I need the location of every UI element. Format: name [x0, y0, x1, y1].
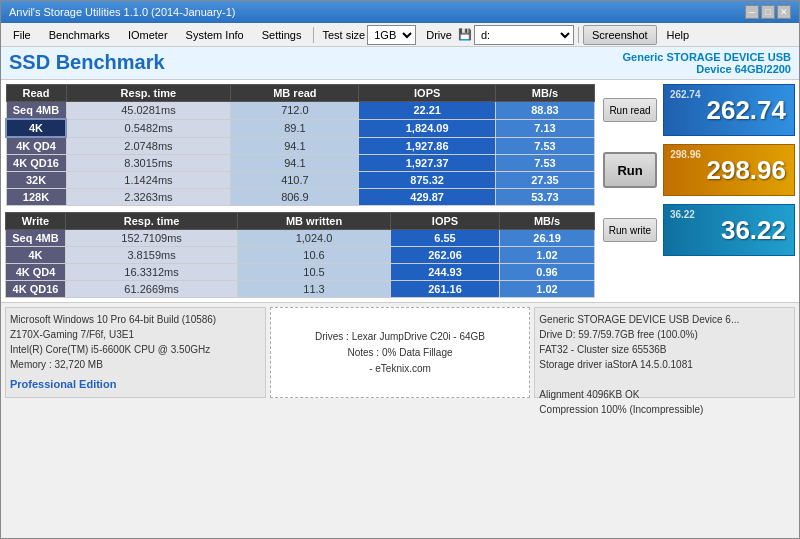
read-header-mb: MB read [231, 85, 359, 102]
table-row: 4K QD16 8.3015ms 94.1 1,927.37 7.53 [6, 155, 595, 172]
right-panel: Run read 262.74 262.74 Run 298.96 298.96… [599, 80, 799, 302]
storage-line2: Drive D: 59.7/59.7GB free (100.0%) [539, 327, 790, 342]
run-write-section: Run write 36.22 36.22 [603, 204, 795, 256]
run-button[interactable]: Run [603, 152, 657, 188]
table-row: Seq 4MB 152.7109ms 1,024.0 6.55 26.19 [6, 230, 595, 247]
table-row: 4K QD4 2.0748ms 94.1 1,927.86 7.53 [6, 137, 595, 155]
run-write-button[interactable]: Run write [603, 218, 657, 242]
storage-line5: Alignment 4096KB OK [539, 387, 790, 402]
total-score-box: 298.96 298.96 [663, 144, 795, 196]
main-content: Read Resp. time MB read IOPS MB/s Seq 4M… [1, 80, 799, 302]
table-row: 4K 3.8159ms 10.6 262.06 1.02 [6, 247, 595, 264]
total-score-label: 298.96 [670, 149, 701, 160]
ssd-benchmark-title: SSD Benchmark [9, 51, 165, 74]
read-header-resp: Resp. time [66, 85, 231, 102]
run-total-section: Run 298.96 298.96 [603, 144, 795, 196]
run-read-button[interactable]: Run read [603, 98, 657, 122]
read-header-mbs: MB/s [495, 85, 594, 102]
sys-info-line1: Microsoft Windows 10 Pro 64-bit Build (1… [10, 312, 261, 327]
storage-line1: Generic STORAGE DEVICE USB Device 6... [539, 312, 790, 327]
read-score-box: 262.74 262.74 [663, 84, 795, 136]
table-row: Seq 4MB 45.0281ms 712.0 22.21 88.83 [6, 102, 595, 120]
drives-line1: Drives : Lexar JumpDrive C20i - 64GB [315, 329, 485, 345]
professional-edition-label: Professional Edition [10, 376, 261, 393]
window-controls[interactable]: ─ □ ✕ [745, 5, 791, 19]
menu-sysinfo[interactable]: System Info [178, 24, 252, 46]
write-score-label: 36.22 [670, 209, 695, 220]
title-bar: Anvil's Storage Utilities 1.1.0 (2014-Ja… [1, 1, 799, 23]
window-title: Anvil's Storage Utilities 1.1.0 (2014-Ja… [9, 6, 235, 18]
sys-info-line4: Memory : 32,720 MB [10, 357, 261, 372]
write-header-mbs: MB/s [500, 213, 595, 230]
write-header-iops: IOPS [390, 213, 499, 230]
header-area: SSD Benchmark Generic STORAGE DEVICE USB… [1, 47, 799, 80]
storage-info-panel: Generic STORAGE DEVICE USB Device 6... D… [534, 307, 795, 398]
sys-info-line3: Intel(R) Core(TM) i5-6600K CPU @ 3.50GHz [10, 342, 261, 357]
write-table: Write Resp. time MB written IOPS MB/s Se… [5, 212, 595, 298]
device-line2: Device 64GB/2200 [622, 63, 791, 75]
total-score-value: 298.96 [706, 155, 786, 186]
table-row: 4K QD16 61.2669ms 11.3 261.16 1.02 [6, 281, 595, 298]
bottom-bar: Microsoft Windows 10 Pro 64-bit Build (1… [1, 302, 799, 402]
screenshot-button[interactable]: Screenshot [583, 25, 657, 45]
close-button[interactable]: ✕ [777, 5, 791, 19]
drives-info-panel: Drives : Lexar JumpDrive C20i - 64GB Not… [270, 307, 531, 398]
storage-spacer [539, 372, 790, 387]
read-header-label: Read [6, 85, 66, 102]
menu-bar: File Benchmarks IOmeter System Info Sett… [1, 23, 799, 47]
menu-settings[interactable]: Settings [254, 24, 310, 46]
maximize-button[interactable]: □ [761, 5, 775, 19]
table-row: 32K 1.1424ms 410.7 875.32 27.35 [6, 172, 595, 189]
storage-line3: FAT32 - Cluster size 65536B [539, 342, 790, 357]
table-row: 4K 0.5482ms 89.1 1,824.09 7.13 [6, 119, 595, 137]
menu-benchmarks[interactable]: Benchmarks [41, 24, 118, 46]
test-size-select[interactable]: 1GB2GB4GB [367, 25, 416, 45]
read-table: Read Resp. time MB read IOPS MB/s Seq 4M… [5, 84, 595, 206]
system-info-panel: Microsoft Windows 10 Pro 64-bit Build (1… [5, 307, 266, 398]
read-header-row: Read Resp. time MB read IOPS MB/s [6, 85, 595, 102]
minimize-button[interactable]: ─ [745, 5, 759, 19]
write-header-label: Write [6, 213, 66, 230]
write-header-resp: Resp. time [66, 213, 238, 230]
test-size-label: Test size [322, 29, 365, 41]
drives-line3: - eTeknix.com [315, 361, 485, 377]
menu-help[interactable]: Help [659, 24, 698, 46]
device-info: Generic STORAGE DEVICE USB Device 64GB/2… [622, 51, 791, 75]
device-line1: Generic STORAGE DEVICE USB [622, 51, 791, 63]
drive-label: Drive [426, 29, 452, 41]
menu-separator-2 [578, 27, 579, 43]
sys-info-line2: Z170X-Gaming 7/F6f, U3E1 [10, 327, 261, 342]
benchmark-tables: Read Resp. time MB read IOPS MB/s Seq 4M… [1, 80, 599, 302]
table-row: 128K 2.3263ms 806.9 429.87 53.73 [6, 189, 595, 206]
menu-separator-1 [313, 27, 314, 43]
read-score-label: 262.74 [670, 89, 701, 100]
write-header-row: Write Resp. time MB written IOPS MB/s [6, 213, 595, 230]
read-header-iops: IOPS [359, 85, 495, 102]
drives-info-content: Drives : Lexar JumpDrive C20i - 64GB Not… [315, 329, 485, 377]
run-read-section: Run read 262.74 262.74 [603, 84, 795, 136]
storage-line4: Storage driver iaStorA 14.5.0.1081 [539, 357, 790, 372]
write-header-mb: MB written [238, 213, 391, 230]
storage-line6: Compression 100% (Incompressible) [539, 402, 790, 417]
drive-icon: 💾 [458, 28, 472, 41]
menu-file[interactable]: File [5, 24, 39, 46]
drives-line2: Notes : 0% Data Fillage [315, 345, 485, 361]
table-row: 4K QD4 16.3312ms 10.5 244.93 0.96 [6, 264, 595, 281]
write-score-value: 36.22 [721, 215, 786, 246]
read-score-value: 262.74 [706, 95, 786, 126]
menu-iometer[interactable]: IOmeter [120, 24, 176, 46]
write-score-box: 36.22 36.22 [663, 204, 795, 256]
drive-select[interactable]: d: [474, 25, 574, 45]
